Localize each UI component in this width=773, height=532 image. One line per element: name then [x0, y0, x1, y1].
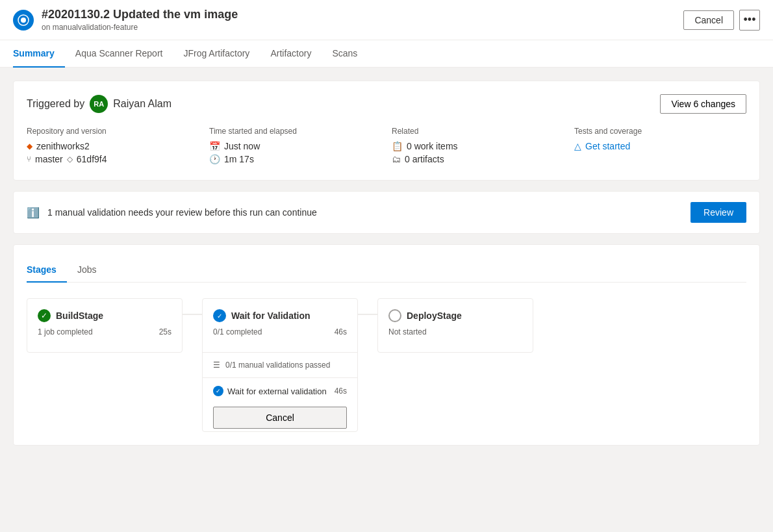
pipeline-subtitle: on manualvalidation-feature — [42, 23, 238, 32]
connector-line-1 — [183, 314, 202, 315]
connector-2 — [358, 298, 377, 315]
elapsed-row: 🕐 1m 17s — [209, 154, 381, 164]
triggered-row: Triggered by RA Raiyan Alam View 6 chang… — [27, 94, 746, 114]
sub-item-row: ✓ Wait for external validation 46s — [213, 381, 347, 401]
time-started: Just now — [224, 141, 260, 151]
wait-completed: 0/1 completed — [213, 327, 262, 336]
artifacts-count: 0 artifacts — [405, 154, 444, 164]
top-bar-right: Cancel ••• — [683, 10, 760, 31]
connector-1 — [183, 298, 202, 315]
build-jobs-completed: 1 job completed — [38, 327, 93, 336]
review-button[interactable]: Review — [691, 202, 746, 223]
build-stage-header: ✓ BuildStage — [38, 309, 171, 322]
repo-name-row: ◆ zenithworks2 — [27, 141, 199, 151]
tab-stages[interactable]: Stages — [27, 258, 67, 283]
tab-jobs[interactable]: Jobs — [67, 258, 107, 283]
tests-section-label: Tests and coverage — [574, 127, 746, 136]
sub-item-duration: 46s — [335, 386, 347, 396]
wait-stage-top: ✓ Wait for Validation 0/1 completed 46s — [203, 299, 357, 353]
repo-section: Repository and version ◆ zenithworks2 ⑂ … — [27, 127, 199, 167]
tab-jfrog[interactable]: JFrog Artifactory — [173, 40, 260, 68]
validations-label: 0/1 manual validations passed — [225, 361, 330, 370]
top-bar-left: #20201130.2 Updated the vm image on manu… — [13, 8, 238, 32]
branch-row: ⑂ master ◇ 61df9f4 — [27, 154, 199, 164]
more-icon: ••• — [744, 13, 756, 27]
author-name: Raiyan Alam — [113, 98, 171, 110]
time-started-row: 📅 Just now — [209, 141, 381, 151]
stages-grid: ✓ BuildStage 1 job completed 25s ✓ Wait … — [27, 298, 746, 432]
deploy-stage-name: DeployStage — [407, 310, 462, 321]
time-section-label: Time started and elapsed — [209, 127, 381, 136]
more-options-button[interactable]: ••• — [739, 10, 760, 31]
diamond-icon: ◆ — [27, 142, 32, 151]
test-icon: △ — [574, 141, 581, 151]
related-section-label: Related — [392, 127, 564, 136]
branch-name: master — [35, 154, 63, 164]
build-stage-box: ✓ BuildStage 1 job completed 25s — [27, 298, 183, 353]
pipeline-title: #20201130.2 Updated the vm image — [42, 8, 238, 21]
sub-item-icon: ✓ — [213, 386, 223, 396]
tab-scans[interactable]: Scans — [322, 40, 368, 68]
time-section: Time started and elapsed 📅 Just now 🕐 1m… — [209, 127, 381, 167]
tests-section: Tests and coverage △ Get started — [574, 127, 746, 167]
wait-stage-status-row: 0/1 completed 46s — [213, 327, 347, 342]
triggered-prefix: Triggered by — [27, 98, 84, 110]
connector-line-2 — [358, 314, 377, 315]
nav-tabs: Summary Aqua Scanner Report JFrog Artifa… — [0, 40, 773, 68]
wait-duration: 46s — [335, 327, 347, 336]
pipeline-icon — [13, 10, 34, 31]
tab-aqua-scanner[interactable]: Aqua Scanner Report — [65, 40, 173, 68]
wait-stage-header: ✓ Wait for Validation — [213, 309, 347, 322]
triggered-card: Triggered by RA Raiyan Alam View 6 chang… — [13, 81, 760, 181]
build-stage-status-row: 1 job completed 25s — [38, 327, 171, 342]
cancel-button[interactable]: Cancel — [683, 10, 734, 30]
info-icon: ℹ️ — [27, 207, 40, 219]
get-started-row: △ Get started — [574, 141, 746, 151]
wait-stage-name: Wait for Validation — [231, 310, 310, 321]
build-success-icon: ✓ — [38, 309, 51, 322]
time-elapsed: 1m 17s — [224, 154, 254, 164]
triggered-by: Triggered by RA Raiyan Alam — [27, 95, 171, 113]
alert-left: ℹ️ 1 manual validation needs your review… — [27, 207, 317, 219]
deploy-pending-icon — [388, 309, 401, 322]
work-items-count: 0 work items — [407, 141, 458, 151]
deploy-stage-status-row: Not started — [388, 327, 522, 342]
info-grid: Repository and version ◆ zenithworks2 ⑂ … — [27, 127, 746, 167]
related-section: Related 📋 0 work items 🗂 0 artifacts — [392, 127, 564, 167]
build-stage-name: BuildStage — [56, 310, 103, 321]
view-changes-button[interactable]: View 6 changes — [660, 94, 746, 114]
artifacts-row: 🗂 0 artifacts — [392, 154, 564, 164]
tab-artifactory[interactable]: Artifactory — [260, 40, 322, 68]
stages-card: Stages Jobs ✓ BuildStage 1 job completed… — [13, 244, 760, 446]
alert-card: ℹ️ 1 manual validation needs your review… — [13, 191, 760, 234]
wait-stage-mid: ☰ 0/1 manual validations passed — [203, 353, 357, 378]
commit-hash: 61df9f4 — [77, 154, 107, 164]
title-block: #20201130.2 Updated the vm image on manu… — [42, 8, 238, 32]
stages-tabs: Stages Jobs — [27, 258, 746, 283]
calendar-icon: 📅 — [209, 141, 220, 151]
validation-check-icon: ☰ — [213, 361, 220, 370]
deploy-stage-header: DeployStage — [388, 309, 522, 322]
wait-stage-sub: ✓ Wait for external validation 46s Cance… — [203, 378, 357, 431]
branch-icon: ⑂ — [27, 155, 31, 164]
tab-summary[interactable]: Summary — [13, 40, 65, 68]
wait-progress-icon: ✓ — [213, 309, 226, 322]
artifacts-icon: 🗂 — [392, 154, 401, 164]
deploy-not-started: Not started — [388, 327, 427, 336]
wait-stage-box: ✓ Wait for Validation 0/1 completed 46s … — [202, 298, 358, 432]
top-bar: #20201130.2 Updated the vm image on manu… — [0, 0, 773, 40]
svg-point-1 — [21, 18, 26, 23]
repo-name: zenithworks2 — [36, 141, 90, 151]
stage-cancel-button[interactable]: Cancel — [213, 407, 347, 429]
repo-section-label: Repository and version — [27, 127, 199, 136]
get-started-link[interactable]: Get started — [585, 141, 630, 151]
sub-item-label: Wait for external validation — [227, 386, 327, 396]
work-items-row: 📋 0 work items — [392, 141, 564, 151]
work-items-icon: 📋 — [392, 141, 403, 151]
deploy-stage-box: DeployStage Not started — [377, 298, 533, 353]
main-content: Triggered by RA Raiyan Alam View 6 chang… — [0, 68, 773, 459]
clock-icon: 🕐 — [209, 154, 220, 164]
avatar: RA — [90, 95, 108, 113]
build-duration: 25s — [159, 327, 171, 336]
commit-icon: ◇ — [67, 155, 73, 164]
